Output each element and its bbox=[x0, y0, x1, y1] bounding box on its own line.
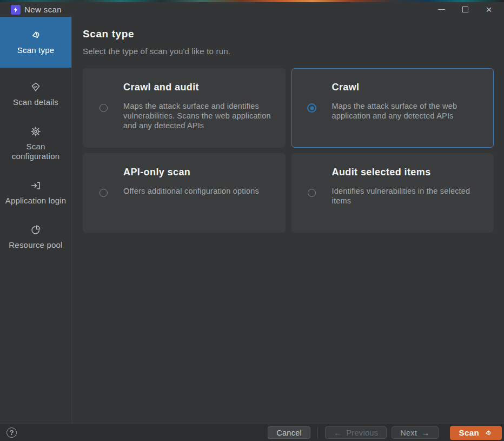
scan-button-label: Scan bbox=[459, 428, 479, 437]
maximize-button[interactable] bbox=[453, 2, 477, 17]
option-title: Audit selected items bbox=[332, 167, 484, 178]
sidebar-item-resource-pool[interactable]: Resource pool bbox=[0, 217, 71, 258]
option-description: Maps the attack surface and identifies v… bbox=[123, 101, 275, 130]
next-button-label: Next bbox=[400, 429, 417, 437]
sidebar-item-label: Scan configuration bbox=[3, 142, 68, 161]
sidebar-item-scan-type[interactable]: Scan type bbox=[0, 17, 71, 68]
sidebar-item-scan-details[interactable]: Scan details bbox=[0, 74, 71, 115]
scan-type-icon bbox=[484, 429, 493, 437]
window-title: New scan bbox=[24, 5, 62, 14]
sidebar-item-label: Application login bbox=[5, 196, 67, 206]
radio-crawl[interactable] bbox=[307, 103, 316, 113]
option-card-api-only-scan[interactable]: API-only scan Offers additional configur… bbox=[83, 153, 286, 233]
cancel-button[interactable]: Cancel bbox=[268, 426, 310, 439]
help-button[interactable]: ? bbox=[6, 427, 17, 438]
option-card-crawl[interactable]: Crawl Maps the attack surface of the web… bbox=[291, 68, 494, 148]
radio-api-only-scan[interactable] bbox=[100, 189, 108, 197]
burp-logo-icon bbox=[11, 5, 21, 15]
radio-audit-selected-items[interactable] bbox=[308, 189, 316, 197]
gear-icon bbox=[30, 126, 42, 137]
minimize-icon bbox=[438, 9, 445, 10]
sidebar-item-label: Scan details bbox=[13, 97, 58, 107]
option-description: Identifies vulnerabilities in the select… bbox=[332, 186, 484, 206]
sidebar-item-application-login[interactable]: Application login bbox=[0, 173, 71, 213]
scan-type-icon bbox=[30, 29, 42, 41]
sidebar-item-label: Scan type bbox=[17, 45, 55, 55]
option-card-crawl-and-audit[interactable]: Crawl and audit Maps the attack surface … bbox=[83, 68, 286, 148]
wizard-footer: ? Cancel ← Previous Next → Scan bbox=[0, 424, 504, 441]
option-title: Crawl bbox=[332, 82, 484, 93]
titlebar: New scan × bbox=[0, 2, 504, 17]
arrow-left-icon: ← bbox=[334, 428, 342, 437]
option-card-audit-selected-items[interactable]: Audit selected items Identifies vulnerab… bbox=[291, 153, 494, 233]
arrow-right-icon: → bbox=[421, 428, 429, 437]
login-icon bbox=[30, 180, 42, 192]
scan-type-options: Crawl and audit Maps the attack surface … bbox=[83, 68, 494, 233]
previous-button[interactable]: ← Previous bbox=[325, 426, 387, 439]
option-description: Maps the attack surface of the web appli… bbox=[332, 101, 484, 121]
next-button[interactable]: Next → bbox=[392, 426, 438, 439]
option-description: Offers additional configuration options bbox=[123, 186, 275, 196]
pie-chart-icon bbox=[30, 224, 42, 236]
close-icon: × bbox=[486, 4, 492, 15]
wizard-sidebar: Scan type Scan details bbox=[0, 17, 72, 424]
scan-button[interactable]: Scan bbox=[450, 426, 502, 440]
scan-type-panel: Scan type Select the type of scan you'd … bbox=[72, 17, 504, 424]
option-title: API-only scan bbox=[123, 167, 275, 178]
radio-crawl-and-audit[interactable] bbox=[100, 104, 108, 112]
question-mark-icon: ? bbox=[10, 429, 14, 437]
scan-details-icon bbox=[30, 81, 42, 93]
cancel-button-label: Cancel bbox=[276, 429, 302, 437]
close-button[interactable]: × bbox=[477, 2, 501, 17]
footer-divider bbox=[317, 427, 318, 439]
previous-button-label: Previous bbox=[346, 429, 378, 437]
sidebar-item-label: Resource pool bbox=[9, 240, 62, 250]
maximize-icon bbox=[462, 6, 468, 12]
window-controls: × bbox=[429, 2, 504, 17]
minimize-button[interactable] bbox=[429, 2, 453, 17]
sidebar-item-scan-configuration[interactable]: Scan configuration bbox=[0, 119, 71, 169]
page-title: Scan type bbox=[83, 28, 494, 40]
new-scan-window: New scan × Scan type bbox=[0, 0, 504, 441]
option-title: Crawl and audit bbox=[123, 82, 275, 93]
page-subtitle: Select the type of scan you'd like to ru… bbox=[83, 47, 494, 56]
